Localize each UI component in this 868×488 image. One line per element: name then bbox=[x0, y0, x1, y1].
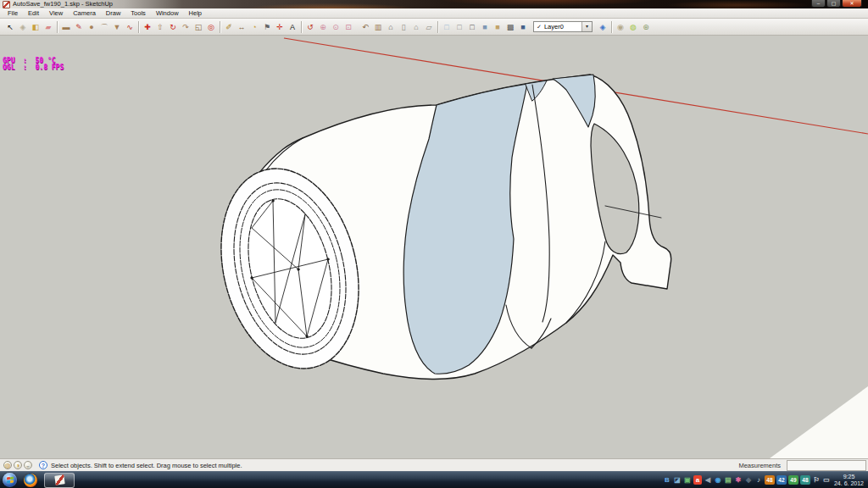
select-tool-icon[interactable]: ↖ bbox=[4, 21, 16, 33]
firefox-taskbar-icon[interactable] bbox=[24, 474, 37, 487]
tape-measure-icon[interactable]: ✐ bbox=[223, 21, 235, 33]
layer-dropdown-value: Layer0 bbox=[544, 23, 564, 30]
model-credit-status-icon[interactable]: ◑ bbox=[14, 461, 22, 469]
coretemp-core1[interactable]: 48 bbox=[765, 475, 775, 485]
dark-app-icon[interactable]: ◆ bbox=[744, 475, 753, 485]
avast-icon[interactable]: a bbox=[693, 475, 702, 485]
hidden-line-style-icon[interactable]: □ bbox=[466, 21, 478, 33]
keys-icon[interactable]: ◍ bbox=[627, 21, 639, 33]
coretemp-core3[interactable]: 49 bbox=[788, 475, 798, 485]
clock-date: 24. 6. 2012 bbox=[834, 480, 864, 487]
sketchup-pencil-icon bbox=[54, 474, 64, 485]
circle-tool-icon[interactable]: ● bbox=[86, 21, 97, 33]
home-view-icon[interactable]: ⌂ bbox=[385, 21, 397, 33]
geo-location-status-icon[interactable]: ◍ bbox=[3, 461, 12, 469]
media-player-icon[interactable]: ◀ bbox=[704, 475, 712, 485]
folded-page-icon[interactable]: ▱ bbox=[423, 21, 435, 33]
zoom-tool-icon[interactable]: ⊙ bbox=[330, 21, 342, 33]
claim-credit-status-icon[interactable]: ◒ bbox=[24, 461, 32, 469]
wireframe-style-icon[interactable]: □ bbox=[453, 21, 465, 33]
text-tool-icon[interactable]: ⚑ bbox=[261, 21, 273, 33]
threed-text-tool-icon[interactable]: A bbox=[287, 21, 298, 33]
minimize-button[interactable]: – bbox=[811, 0, 826, 8]
measurements-input[interactable] bbox=[787, 460, 866, 471]
notes-app-icon[interactable]: ▤ bbox=[724, 475, 732, 485]
toolbar: ↖◈◧▰ ▬✎●⌒▼∿ ✚⇧↻↷◱◎ ✐↔◔⚑✛A ↺⊕⊙⊡ ↶▥⌂▯⌂▱ □□… bbox=[0, 19, 868, 36]
coretemp-core4[interactable]: 48 bbox=[800, 475, 810, 485]
green-app-icon[interactable]: ▣ bbox=[683, 475, 692, 485]
cabinet-icon[interactable]: ▥ bbox=[372, 21, 384, 33]
axes-tool-icon[interactable]: ✛ bbox=[274, 21, 286, 33]
arc-tool-icon[interactable]: ⌒ bbox=[98, 21, 110, 33]
follow-me-tool-icon[interactable]: ↷ bbox=[180, 21, 192, 33]
menu-bar: FileEditViewCameraDrawToolsWindowHelp bbox=[0, 8, 868, 19]
status-bar: ◍◑◒ ? Select objects. Shift to extend se… bbox=[0, 458, 868, 471]
artisan-sphere-icon[interactable]: ◉ bbox=[615, 21, 626, 33]
volume-icon[interactable]: ♪ bbox=[754, 475, 763, 485]
offset-tool-icon[interactable]: ◎ bbox=[205, 21, 217, 33]
scale-tool-icon[interactable]: ◱ bbox=[192, 21, 204, 33]
polygon-tool-icon[interactable]: ▼ bbox=[111, 21, 123, 33]
protractor-tool-icon[interactable]: ◔ bbox=[248, 21, 260, 33]
monochrome-style-icon[interactable]: ▩ bbox=[504, 21, 516, 33]
coretemp-core2[interactable]: 42 bbox=[776, 475, 787, 485]
shaded-style-icon[interactable]: ■ bbox=[479, 21, 491, 33]
textured-style-icon[interactable]: ■ bbox=[492, 21, 504, 33]
menu-window[interactable]: Window bbox=[151, 8, 184, 18]
menu-help[interactable]: Help bbox=[184, 8, 207, 18]
help-question-icon[interactable]: ? bbox=[39, 461, 47, 469]
system-tray: B◪▣a◀◉▤✱◆♪48424948⚐▭ bbox=[663, 475, 831, 485]
show-desktop-icon[interactable]: ▭ bbox=[822, 475, 831, 485]
blue-circle-app-icon[interactable]: ◉ bbox=[714, 475, 722, 485]
start-button[interactable] bbox=[3, 473, 17, 487]
menu-file[interactable]: File bbox=[3, 8, 23, 18]
pan-tool-icon[interactable]: ⊕ bbox=[317, 21, 329, 33]
menu-tools[interactable]: Tools bbox=[125, 8, 151, 18]
taskbar: B◪▣a◀◉▤✱◆♪48424948⚐▭ 9:25 24. 6. 2012 bbox=[0, 471, 868, 488]
back-edges-style-icon[interactable]: ■ bbox=[517, 21, 529, 33]
orbit-tool-icon[interactable]: ↺ bbox=[304, 21, 316, 33]
chevron-down-icon[interactable]: ▾ bbox=[581, 22, 592, 31]
zoom-extents-tool-icon[interactable]: ⊡ bbox=[342, 21, 354, 33]
page-icon[interactable]: ▯ bbox=[398, 21, 409, 33]
close-button[interactable]: ✕ bbox=[842, 0, 862, 8]
house-view-icon[interactable]: ⌂ bbox=[410, 21, 422, 33]
action-center-flag-icon[interactable]: ⚐ bbox=[812, 475, 821, 485]
menu-camera[interactable]: Camera bbox=[68, 8, 101, 18]
rotate-tool-icon[interactable]: ↻ bbox=[167, 21, 179, 33]
sketchup-app-icon bbox=[3, 1, 10, 8]
menu-draw[interactable]: Draw bbox=[101, 8, 126, 18]
bluetooth-icon[interactable]: B bbox=[663, 475, 671, 485]
rectangle-tool-icon[interactable]: ▬ bbox=[60, 21, 72, 33]
subdivide-sphere-icon[interactable]: ⊛ bbox=[640, 21, 652, 33]
maximize-button[interactable]: ▢ bbox=[826, 0, 841, 8]
layer-dropdown[interactable]: ✓ Layer0 ▾ bbox=[533, 21, 593, 32]
back-view-icon[interactable]: ↶ bbox=[359, 21, 371, 33]
measurements-label: Measurements bbox=[738, 462, 787, 469]
make-component-icon[interactable]: ◈ bbox=[17, 21, 29, 33]
freehand-tool-icon[interactable]: ∿ bbox=[124, 21, 136, 33]
sketchup-window: AutoSave_fw190_1.skp - SketchUp – ▢ ✕ Fi… bbox=[0, 0, 868, 488]
title-bar[interactable]: AutoSave_fw190_1.skp - SketchUp – ▢ ✕ bbox=[0, 0, 868, 8]
title-glass: AutoSave_fw190_1.skp - SketchUp bbox=[0, 0, 182, 8]
xray-style-icon[interactable]: □ bbox=[441, 21, 453, 33]
3d-viewport[interactable]: GPU : 50 °COGL : 0.8 FPS bbox=[0, 36, 868, 458]
push-pull-tool-icon[interactable]: ⇧ bbox=[154, 21, 166, 33]
line-tool-icon[interactable]: ✎ bbox=[73, 21, 85, 33]
clock-time: 9:25 bbox=[834, 474, 864, 480]
menu-view[interactable]: View bbox=[44, 8, 68, 18]
move-tool-icon[interactable]: ✚ bbox=[142, 21, 153, 33]
entity-info-cube-icon[interactable]: ◈ bbox=[597, 21, 609, 33]
dimension-tool-icon[interactable]: ↔ bbox=[236, 21, 248, 33]
eraser-icon[interactable]: ▰ bbox=[42, 21, 54, 33]
model-canvas bbox=[0, 36, 868, 458]
pinwheel-app-icon[interactable]: ✱ bbox=[734, 475, 743, 485]
windows-flag-icon bbox=[7, 477, 14, 484]
layer-checkmark-icon: ✓ bbox=[537, 24, 542, 30]
blue-app-icon[interactable]: ◪ bbox=[673, 475, 682, 485]
paint-bucket-icon[interactable]: ◧ bbox=[30, 21, 42, 33]
menu-edit[interactable]: Edit bbox=[23, 8, 44, 18]
sketchup-taskbar-button[interactable] bbox=[44, 473, 75, 488]
gpu-osd-overlay: GPU : 50 °COGL : 0.8 FPS bbox=[3, 37, 64, 71]
taskbar-clock[interactable]: 9:25 24. 6. 2012 bbox=[831, 474, 868, 487]
